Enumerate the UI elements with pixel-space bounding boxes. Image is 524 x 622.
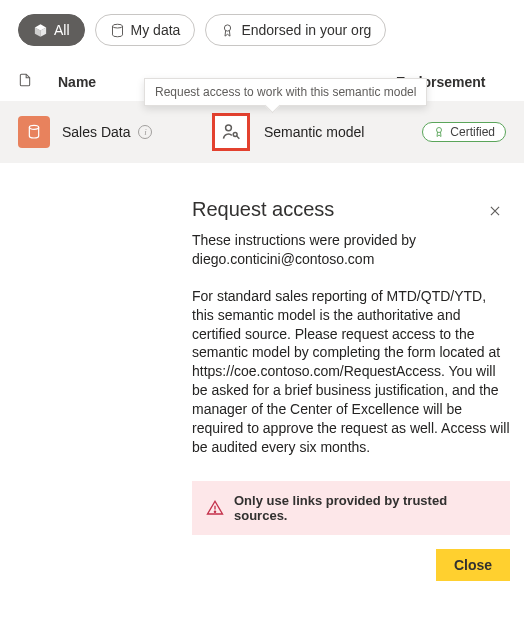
semantic-model-icon <box>18 116 50 148</box>
popover-title: Request access <box>192 198 510 221</box>
info-icon[interactable]: i <box>138 125 152 139</box>
file-icon <box>18 72 32 88</box>
database-icon <box>110 23 125 38</box>
request-access-popover: Request access These instructions were p… <box>192 198 510 581</box>
close-button[interactable]: Close <box>436 549 510 581</box>
badge-label: Certified <box>450 125 495 139</box>
filter-endorsed-label: Endorsed in your org <box>241 22 371 38</box>
filter-endorsed[interactable]: Endorsed in your org <box>205 14 386 46</box>
filter-my-data[interactable]: My data <box>95 14 196 46</box>
svg-point-7 <box>214 511 215 512</box>
svg-point-5 <box>437 128 442 133</box>
svg-point-0 <box>112 24 122 28</box>
popover-intro: These instructions were provided by dieg… <box>192 231 510 269</box>
svg-point-3 <box>226 125 232 131</box>
warning-icon <box>206 499 224 517</box>
popover-body: For standard sales reporting of MTD/QTD/… <box>192 287 510 457</box>
row-name-cell: Sales Data i <box>62 124 212 140</box>
column-icon-header <box>18 72 58 91</box>
request-access-tooltip: Request access to work with this semanti… <box>144 78 427 106</box>
cube-icon <box>33 23 48 38</box>
trusted-sources-alert: Only use links provided by trusted sourc… <box>192 481 510 535</box>
alert-text: Only use links provided by trusted sourc… <box>234 493 496 523</box>
svg-point-2 <box>29 125 38 129</box>
close-icon[interactable] <box>484 200 506 226</box>
filter-all-label: All <box>54 22 70 38</box>
request-access-button[interactable] <box>212 113 250 151</box>
row-name-text: Sales Data <box>62 124 130 140</box>
filter-my-data-label: My data <box>131 22 181 38</box>
ribbon-icon <box>433 126 445 138</box>
svg-point-1 <box>225 24 231 30</box>
certified-badge: Certified <box>422 122 506 142</box>
table-row[interactable]: Sales Data i Semantic model Certified <box>0 101 524 163</box>
person-key-icon <box>221 122 241 142</box>
row-type-cell: Semantic model <box>264 124 422 140</box>
filter-bar: All My data Endorsed in your org <box>0 0 524 54</box>
filter-all[interactable]: All <box>18 14 85 46</box>
popover-actions: Close <box>192 549 510 581</box>
ribbon-icon <box>220 23 235 38</box>
